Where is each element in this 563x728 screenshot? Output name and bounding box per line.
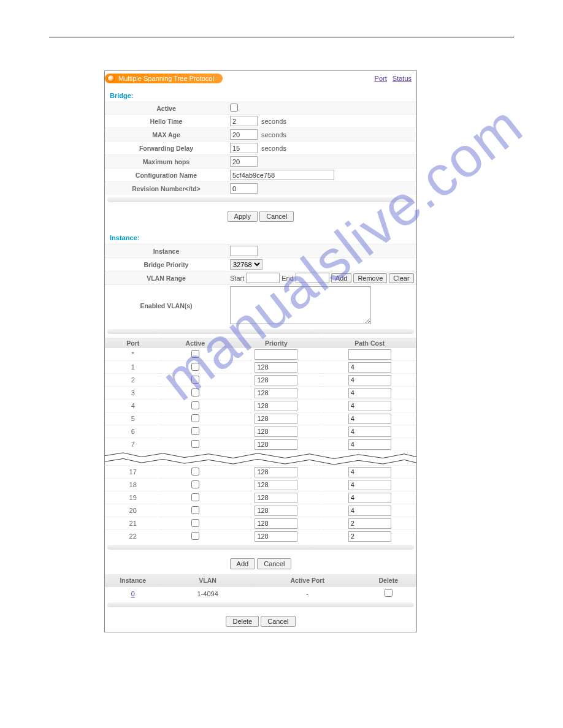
port-number: 17 [105,466,161,479]
port-active-checkbox[interactable] [191,440,199,448]
vlan-start-input[interactable] [246,273,280,283]
section-instance: Instance: [105,227,416,244]
port-pathcost-input[interactable] [348,467,391,477]
port-pathcost-input[interactable] [348,518,391,529]
port-active-checkbox[interactable] [191,363,199,371]
config-name-input[interactable] [230,170,334,180]
port-priority-input[interactable] [255,439,297,450]
link-port[interactable]: Port [375,75,387,82]
add-button[interactable]: Add [230,558,256,569]
port-number: * [105,348,161,361]
port-row: 4 [105,400,416,412]
port-active-checkbox[interactable] [191,506,199,514]
delete-button[interactable]: Delete [226,616,259,627]
port-priority-input[interactable] [255,518,297,529]
revision-input[interactable] [230,183,258,194]
port-active-checkbox[interactable] [191,350,199,358]
port-row: 18 [105,479,416,491]
label-instance: Instance [105,245,228,258]
port-priority-input[interactable] [255,493,297,503]
vlan-end-input[interactable] [296,273,329,283]
port-row: 2 [105,374,416,387]
port-pathcost-input[interactable] [348,531,391,542]
port-number: 22 [105,530,161,543]
port-row: 5 [105,412,416,425]
vlan-remove-button[interactable]: Remove [353,273,387,283]
ports-header: Port Active Priority Path Cost [105,338,416,348]
port-active-checkbox[interactable] [191,401,199,409]
vlan-add-button[interactable]: Add [331,273,352,283]
label-fwd-delay: Forwarding Delay [105,142,228,155]
bridge-active-checkbox[interactable] [230,104,238,112]
port-number: 21 [105,517,161,530]
port-number: 4 [105,400,161,412]
col-priority: Priority [265,339,288,347]
port-active-checkbox[interactable] [191,519,199,527]
label-hello-time: Hello Time [105,115,228,128]
port-pathcost-input[interactable] [348,388,391,398]
divider-2 [107,329,414,334]
port-pathcost-input[interactable] [348,414,391,424]
title-row: Multiple Spanning Tree Protocol Port Sta… [105,71,416,85]
port-number: 7 [105,438,161,451]
port-row: 1 [105,361,416,374]
col-delete: Delete [379,577,399,584]
port-priority-input[interactable] [255,467,297,477]
page-top-divider [49,37,514,37]
cancel-button-1[interactable]: Cancel [259,211,294,222]
port-active-checkbox[interactable] [191,414,199,422]
port-pathcost-input[interactable] [348,362,391,373]
port-priority-input[interactable] [255,401,297,411]
port-pathcost-input[interactable] [348,506,391,516]
port-pathcost-input[interactable] [348,349,391,360]
port-priority-input[interactable] [255,531,297,542]
port-priority-input[interactable] [255,414,297,424]
port-pathcost-input[interactable] [348,375,391,385]
title-pill: Multiple Spanning Tree Protocol [105,74,223,83]
port-priority-input[interactable] [255,362,297,373]
enabled-vlans-textarea[interactable] [230,286,371,324]
port-pathcost-input[interactable] [348,427,391,437]
port-active-checkbox[interactable] [191,389,199,396]
port-priority-input[interactable] [255,375,297,385]
hello-units: seconds [261,118,286,125]
port-row: 22 [105,530,416,543]
vlan-clear-button[interactable]: Clear [389,273,413,283]
port-active-checkbox[interactable] [191,468,199,476]
port-row: 6 [105,425,416,438]
table-tear [105,450,416,465]
col-instance: Instance [120,577,146,584]
port-pathcost-input[interactable] [348,480,391,490]
divider-1 [107,197,414,202]
ports-table-bottom: 171819202122 [105,465,416,542]
port-active-checkbox[interactable] [191,427,199,435]
fwd-delay-input[interactable] [230,143,258,153]
port-priority-input[interactable] [255,480,297,490]
instance-link[interactable]: 0 [131,590,135,597]
instance-input[interactable] [230,246,258,256]
cancel-button-2[interactable]: Cancel [257,558,291,569]
link-status[interactable]: Status [393,75,412,82]
port-pathcost-input[interactable] [348,401,391,411]
bridge-priority-select[interactable]: 32768 [230,259,262,270]
summary-button-row: Delete Cancel [105,611,416,632]
port-priority-input[interactable] [255,427,297,437]
hello-time-input[interactable] [230,116,258,126]
max-hops-input[interactable] [230,156,258,167]
label-active: Active [105,102,228,115]
cancel-button-3[interactable]: Cancel [261,616,295,627]
apply-button[interactable]: Apply [228,211,258,222]
port-active-checkbox[interactable] [191,376,199,384]
port-priority-input[interactable] [255,506,297,516]
port-active-checkbox[interactable] [191,532,199,540]
port-active-checkbox[interactable] [191,493,199,501]
port-pathcost-input[interactable] [348,493,391,503]
vlan-start-label: Start [230,275,244,282]
port-priority-input[interactable] [255,349,297,360]
port-number: 20 [105,504,161,517]
port-pathcost-input[interactable] [348,439,391,450]
port-priority-input[interactable] [255,388,297,398]
summary-delete-checkbox[interactable] [385,589,393,597]
max-age-input[interactable] [230,129,258,140]
port-active-checkbox[interactable] [191,480,199,488]
